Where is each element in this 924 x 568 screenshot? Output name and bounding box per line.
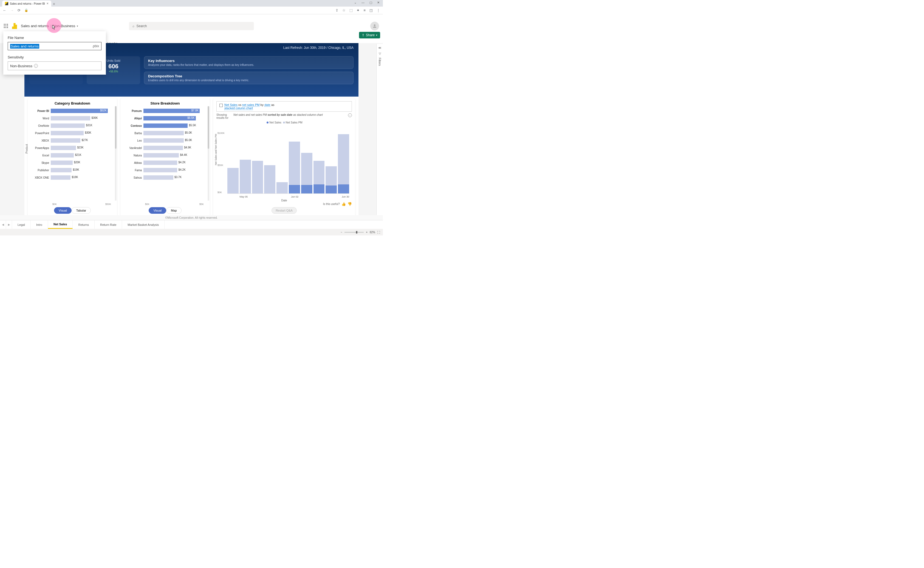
browser-tab[interactable]: Sales and returns - Power BI × bbox=[2, 0, 51, 7]
scrollbar[interactable] bbox=[115, 106, 116, 201]
bar-row[interactable]: Barba$5.0K bbox=[124, 130, 204, 136]
prev-page-icon[interactable]: ◀ bbox=[0, 221, 6, 229]
page-tab-returns[interactable]: Returns bbox=[73, 221, 95, 229]
window-controls: ⌄ — ▢ ✕ bbox=[351, 0, 383, 5]
column-bar[interactable] bbox=[301, 153, 312, 193]
share-page-icon[interactable]: ⇪ bbox=[335, 8, 338, 12]
share-icon: ⇪ bbox=[362, 33, 365, 37]
bar-row[interactable]: Abbas$4.2K bbox=[124, 159, 204, 166]
bar-row[interactable]: Natura$4.4K bbox=[124, 152, 204, 159]
bar-row[interactable]: Aliqui$6.5K bbox=[124, 115, 204, 122]
file-name-value: Sales and returns bbox=[10, 44, 39, 48]
bar-row[interactable]: Fama$4.2K bbox=[124, 167, 204, 174]
minimize-icon[interactable]: — bbox=[362, 1, 365, 5]
chart-category-breakdown[interactable]: Category Breakdown Power BI$52KWord$36KO… bbox=[28, 98, 117, 217]
tab-title: Sales and returns - Power BI bbox=[10, 2, 45, 5]
bar-row[interactable]: Word$36K bbox=[31, 115, 111, 122]
column-bar[interactable] bbox=[289, 142, 300, 193]
rename-popup: File Name Sales and returns .pbix Sensit… bbox=[3, 31, 106, 75]
menu-dots-icon[interactable]: ⋮ bbox=[377, 8, 380, 12]
bar-row[interactable]: XBOX ONE$18K bbox=[31, 174, 111, 181]
chevron-down-icon: ▾ bbox=[77, 25, 78, 27]
zoom-out-icon[interactable]: − bbox=[341, 231, 342, 234]
share-button[interactable]: ⇪ Share ▾ bbox=[359, 32, 380, 38]
page-tab-return-rate[interactable]: Return Rate bbox=[95, 221, 122, 229]
back-icon[interactable]: ← bbox=[3, 8, 6, 12]
tab-close-icon[interactable]: × bbox=[47, 2, 48, 6]
page-tab-legal[interactable]: Legal bbox=[12, 221, 31, 229]
thumbs-down-icon[interactable]: 👎 bbox=[348, 202, 352, 206]
info-icon[interactable]: i bbox=[34, 64, 38, 68]
page-tab-strip: ◀ ▶ LegalIntroNet SalesReturnsReturn Rat… bbox=[0, 220, 383, 229]
column-bar[interactable] bbox=[338, 134, 349, 193]
column-bar[interactable] bbox=[276, 182, 288, 193]
toggle-tabular[interactable]: Tabular bbox=[72, 207, 91, 214]
filters-pane-collapsed[interactable]: ≪ ▽ Filters bbox=[376, 44, 383, 221]
chart-store-breakdown[interactable]: Store Breakdown Pomum$7.0KAliqui$6.5KCon… bbox=[121, 98, 210, 217]
sensitivity-value: Non-Business bbox=[10, 64, 32, 68]
fit-page-icon[interactable]: ⛶ bbox=[377, 231, 380, 234]
bar-row[interactable]: Publisher$19K bbox=[31, 167, 111, 174]
page-tab-intro[interactable]: Intro bbox=[31, 221, 48, 229]
chevron-down-icon[interactable]: ⌄ bbox=[354, 1, 357, 5]
copyright-text: ©Microsoft Corporation. All rights reser… bbox=[0, 215, 383, 221]
bar-row[interactable]: PowerPoint$30K bbox=[31, 130, 111, 136]
info-icon[interactable]: i bbox=[348, 113, 352, 117]
toggle-map[interactable]: Map bbox=[166, 207, 181, 214]
expand-icon[interactable]: ≪ bbox=[378, 46, 381, 50]
search-input[interactable]: ⌕ Search bbox=[129, 22, 254, 30]
file-extension: .pbix bbox=[92, 44, 99, 48]
bar-row[interactable]: Power BI$52K bbox=[31, 107, 111, 114]
report-title-area[interactable]: Sales and returns | Non-Business ▾ bbox=[21, 24, 78, 28]
extensions-icon[interactable]: ✦ bbox=[357, 8, 360, 12]
extensions-puzzle-icon[interactable]: ⬚ bbox=[350, 8, 353, 12]
bar-row[interactable]: Salvus$3.7K bbox=[124, 174, 204, 181]
new-tab-button[interactable]: + bbox=[51, 1, 57, 7]
toggle-visual[interactable]: Visual bbox=[54, 207, 72, 214]
qna-input[interactable]: Net Sales vs net sales PM by date as sta… bbox=[216, 101, 352, 112]
bar-row[interactable]: Pomum$7.0K bbox=[124, 107, 204, 114]
bar-row[interactable]: PowerApps$23K bbox=[31, 145, 111, 151]
user-avatar[interactable] bbox=[370, 22, 379, 30]
bar-row[interactable]: Excel$21K bbox=[31, 152, 111, 159]
reading-list-icon[interactable]: ≡ bbox=[363, 8, 366, 12]
info-card-decomposition-tree[interactable]: Decomposition Tree Enables users to dril… bbox=[144, 72, 354, 84]
column-bar[interactable] bbox=[326, 166, 337, 193]
zoom-value: 82% bbox=[370, 231, 375, 234]
side-panel-icon[interactable]: ◫ bbox=[369, 8, 373, 12]
info-card-key-influencers[interactable]: Key Influencers Analyzes your data, rank… bbox=[144, 56, 354, 69]
bar-row[interactable]: Leo$5.0K bbox=[124, 137, 204, 144]
bar-row[interactable]: OneNote$31K bbox=[31, 122, 111, 129]
close-window-icon[interactable]: ✕ bbox=[377, 1, 380, 5]
reload-icon[interactable]: ⟳ bbox=[18, 8, 21, 12]
page-tab-market-basket-analysis[interactable]: Market Basket Analysis bbox=[122, 221, 164, 229]
bar-row[interactable]: VanArsdel$4.9K bbox=[124, 145, 204, 151]
lock-icon[interactable]: 🔒 bbox=[24, 9, 28, 12]
bar-list: Power BI$52KWord$36KOneNote$31KPowerPoin… bbox=[31, 107, 114, 203]
zoom-in-icon[interactable]: + bbox=[366, 231, 368, 234]
thumbs-up-icon[interactable]: 👍 bbox=[341, 202, 346, 206]
bar-row[interactable]: Contoso$5.5K bbox=[124, 122, 204, 129]
column-bar[interactable] bbox=[240, 160, 251, 194]
column-bar[interactable] bbox=[252, 161, 263, 193]
next-page-icon[interactable]: ▶ bbox=[6, 221, 12, 229]
search-placeholder: Search bbox=[137, 24, 147, 28]
sensitivity-select[interactable]: Non-Business i bbox=[8, 62, 101, 70]
maximize-icon[interactable]: ▢ bbox=[369, 1, 372, 5]
app-launcher-icon[interactable] bbox=[4, 24, 8, 28]
column-bar[interactable] bbox=[314, 161, 325, 193]
chart-qna[interactable]: Net Sales vs net sales PM by date as sta… bbox=[213, 98, 355, 217]
bar-row[interactable]: Skype$20K bbox=[31, 159, 111, 166]
toggle-visual[interactable]: Visual bbox=[149, 207, 166, 214]
search-icon: ⌕ bbox=[133, 24, 134, 28]
zoom-slider[interactable] bbox=[344, 232, 364, 233]
file-name-input[interactable]: Sales and returns .pbix bbox=[8, 42, 101, 50]
restart-qna-button[interactable]: Restart Q&A bbox=[271, 207, 297, 214]
bar-row[interactable]: XBOX$27K bbox=[31, 137, 111, 144]
forward-icon[interactable]: → bbox=[10, 8, 14, 12]
bookmark-star-icon[interactable]: ☆ bbox=[342, 8, 345, 12]
column-bar[interactable] bbox=[264, 165, 275, 193]
scrollbar[interactable] bbox=[208, 106, 209, 201]
column-bar[interactable] bbox=[228, 168, 239, 193]
page-tab-net-sales[interactable]: Net Sales bbox=[48, 221, 73, 229]
